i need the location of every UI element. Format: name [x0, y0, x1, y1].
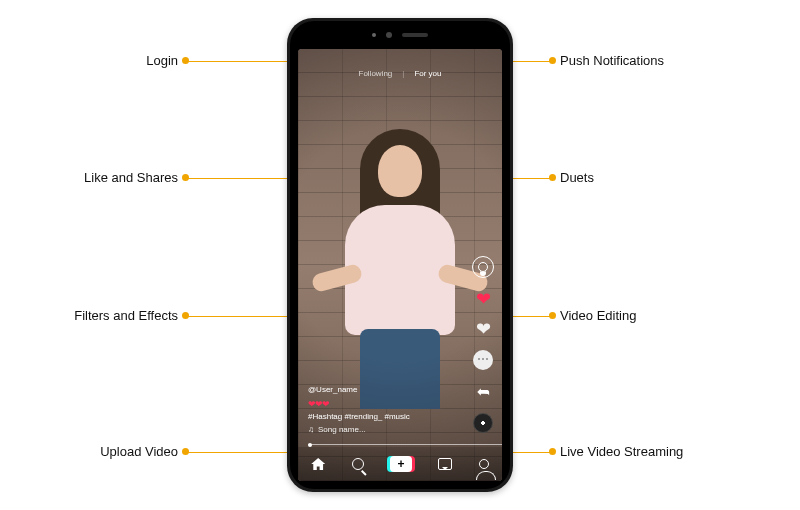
like-secondary-icon: ❤ [476, 320, 491, 338]
hashtags-text[interactable]: #Hashtag #trending_ #music [308, 411, 410, 424]
phone-notch [290, 21, 510, 49]
like-hearts-icon: ❤❤❤ [308, 397, 410, 411]
label-upload-video: Upload Video [100, 444, 178, 459]
creator-avatar[interactable] [472, 256, 494, 278]
username-text[interactable]: @User_name [308, 384, 410, 397]
progress-track[interactable] [308, 444, 502, 445]
callout-login: Login [40, 53, 178, 68]
callout-like-shares: Like and Shares [40, 170, 178, 185]
plus-icon: + [390, 456, 412, 472]
phone-mockup: Following | For you ❤ ❤ ➦ @User_name [287, 18, 513, 492]
share-button[interactable]: ➦ [477, 382, 490, 401]
callout-duets: Duets [560, 170, 594, 185]
inbox-icon [438, 458, 452, 470]
nav-profile[interactable] [479, 459, 489, 469]
like-button[interactable]: ❤ [476, 290, 491, 308]
tab-following[interactable]: Following [359, 69, 393, 78]
video-info: @User_name ❤❤❤ #Hashtag #trending_ #musi… [308, 384, 410, 437]
profile-icon [479, 459, 489, 469]
nav-inbox[interactable] [438, 458, 452, 470]
callout-upload-video: Upload Video [40, 444, 178, 459]
home-icon [311, 458, 325, 470]
sensor-icon [372, 33, 376, 37]
label-video-editing: Video Editing [560, 308, 636, 323]
bottom-nav: + [298, 447, 502, 481]
label-live-video-streaming: Live Video Streaming [560, 444, 683, 459]
speaker-icon [402, 33, 428, 37]
label-like-shares: Like and Shares [84, 170, 178, 185]
sound-disc-icon[interactable] [473, 413, 493, 433]
tab-for-you[interactable]: For you [414, 69, 441, 78]
music-row[interactable]: Song name... [308, 424, 410, 437]
action-sidebar: ❤ ❤ ➦ [472, 256, 494, 433]
callout-push-notifications: Push Notifications [560, 53, 664, 68]
feature-diagram: Login Like and Shares Filters and Effect… [0, 0, 800, 510]
callout-line [186, 178, 294, 179]
callout-line [186, 61, 294, 62]
callout-live-video-streaming: Live Video Streaming [560, 444, 683, 459]
search-icon [352, 458, 364, 470]
nav-create[interactable]: + [390, 456, 412, 472]
label-login: Login [146, 53, 178, 68]
person-icon [478, 262, 488, 272]
label-duets: Duets [560, 170, 594, 185]
app-screen: Following | For you ❤ ❤ ➦ @User_name [298, 49, 502, 481]
callout-filters-effects: Filters and Effects [40, 308, 178, 323]
phone-bezel: Following | For you ❤ ❤ ➦ @User_name [290, 21, 510, 489]
camera-icon [386, 32, 392, 38]
label-filters-effects: Filters and Effects [74, 308, 178, 323]
callout-video-editing: Video Editing [560, 308, 636, 323]
label-push-notifications: Push Notifications [560, 53, 664, 68]
nav-discover[interactable] [352, 458, 364, 470]
feed-tabs: Following | For you [298, 69, 502, 78]
callout-line [186, 316, 294, 317]
comment-button[interactable] [473, 350, 493, 370]
song-name: Song name... [318, 424, 366, 437]
tab-divider: | [402, 69, 404, 78]
nav-home[interactable] [311, 458, 325, 470]
